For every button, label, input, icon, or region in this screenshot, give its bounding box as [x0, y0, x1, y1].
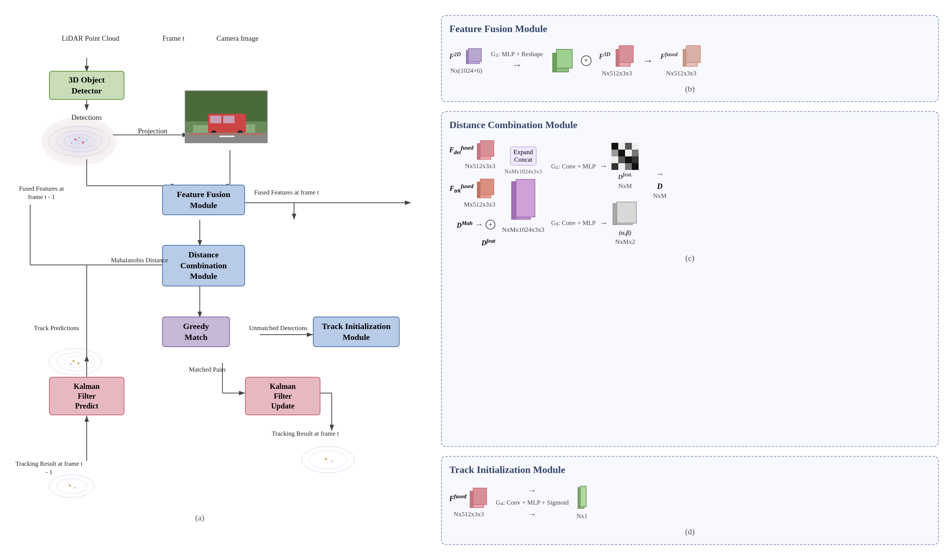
svg-rect-92 [625, 156, 632, 163]
svg-point-51 [70, 363, 72, 365]
kf-update-box: KalmanFilterUpdate [245, 377, 320, 415]
plus-op: + [581, 55, 591, 66]
svg-rect-88 [625, 149, 632, 156]
detector-box: 3D Object Detector [49, 71, 125, 100]
svg-rect-84 [625, 143, 632, 149]
svg-rect-85 [632, 143, 639, 149]
svg-point-30 [82, 141, 84, 143]
svg-point-31 [79, 137, 80, 138]
ftrk-label: Ftrkfused [450, 183, 474, 194]
svg-rect-87 [618, 149, 625, 156]
ftrk-sub: Mx512x3x3 [464, 201, 495, 208]
svg-rect-106 [578, 488, 580, 508]
lidar-label: LiDAR Point Cloud [57, 34, 125, 43]
svg-rect-65 [553, 53, 556, 72]
svg-rect-44 [185, 133, 268, 143]
dmah-label: DMah [457, 220, 473, 229]
svg-point-57 [309, 451, 347, 469]
svg-rect-40 [210, 116, 221, 123]
svg-point-54 [69, 484, 71, 486]
plus-op-c: + [485, 220, 495, 229]
b-label: (b) [450, 84, 930, 94]
svg-point-49 [72, 360, 75, 362]
track-pred-label: Track Predictions [26, 324, 87, 332]
arrow-to-fused: → [642, 55, 653, 67]
g3-label: G₃: Conv + MLP [551, 219, 596, 227]
expand-concat-box: Expand Concat [510, 146, 536, 165]
svg-rect-97 [632, 163, 639, 170]
g4-label: G₄: Conv + MLP + Sigmoid [496, 498, 568, 506]
svg-point-32 [71, 142, 72, 144]
greedy-box: GreedyMatch [162, 317, 230, 347]
d-label: (d) [450, 527, 930, 537]
svg-rect-95 [618, 163, 625, 170]
svg-rect-102 [473, 488, 487, 505]
alpha-beta-label: (α,β) [619, 229, 631, 237]
svg-rect-90 [611, 156, 618, 163]
g1-label: G₁: MLP + Reshape [491, 50, 543, 58]
nx1-label: Nx1 [576, 512, 587, 520]
dcm-panel: Distance Combination Module Fdetfused [441, 111, 939, 447]
camera-image-label: Camera Image [207, 34, 268, 43]
concat-dim: NxMx1024x3x3 [504, 168, 542, 175]
unmatched-label: Unmatched Detections [244, 324, 312, 332]
svg-rect-94 [611, 163, 618, 170]
projection-label: Projection [128, 127, 177, 136]
svg-point-58 [325, 458, 327, 460]
svg-rect-74 [477, 143, 480, 159]
c-label: (c) [450, 253, 930, 263]
d-label: D [657, 182, 662, 191]
svg-rect-100 [613, 203, 617, 225]
svg-rect-45 [219, 136, 234, 137]
kf-predict-box: KalmanFilterPredict [49, 377, 125, 415]
svg-rect-93 [632, 156, 639, 163]
tim-panel: Track Initialization Module Ffused Nx512… [441, 456, 939, 545]
svg-rect-89 [632, 149, 639, 156]
svg-rect-79 [516, 179, 535, 217]
dfeat2-label: Dfeat [481, 238, 495, 247]
svg-rect-70 [686, 46, 701, 63]
svg-rect-41 [223, 116, 234, 123]
svg-rect-71 [683, 49, 686, 66]
ffm-box: Feature FusionModule [162, 185, 245, 215]
svg-point-29 [74, 138, 77, 140]
fdet-label: Fdetfused [450, 145, 474, 155]
svg-point-50 [77, 362, 80, 365]
f3d-label: F3D [599, 51, 610, 61]
svg-rect-62 [467, 51, 468, 64]
svg-point-53 [57, 478, 87, 494]
frame-label: Frame t [151, 34, 196, 43]
svg-point-47 [57, 353, 94, 371]
dfeat-label: Dfeat. [618, 171, 632, 181]
fused-feat-t-label: Fused Features at frame t [253, 188, 320, 197]
svg-rect-86 [611, 149, 618, 156]
mahal-label: Mahalanobis Distance [109, 256, 169, 265]
svg-rect-61 [468, 49, 481, 62]
svg-rect-103 [470, 491, 473, 508]
svg-rect-91 [618, 156, 625, 163]
ffm-panel: Feature Fusion Module F2D Nx(1024+6) [441, 15, 939, 102]
svg-rect-64 [556, 49, 572, 68]
svg-rect-67 [619, 46, 633, 63]
ffused-d-sub: Nx512x3x3 [454, 511, 484, 518]
fused-feat-t1-label: Fused Features at frame t - 1 [11, 185, 72, 201]
dcm-box: DistanceCombinationModule [162, 245, 245, 286]
dcm-panel-title: Distance Combination Module [450, 120, 930, 131]
svg-rect-96 [625, 163, 632, 170]
f3d-sub: Nx512x3x3 [602, 70, 632, 77]
ffused-label-b: Ffused [661, 51, 677, 61]
svg-rect-76 [480, 179, 494, 195]
ffused-d-label: Ffused [450, 493, 467, 503]
svg-point-52 [49, 475, 94, 497]
svg-point-33 [86, 140, 88, 141]
svg-rect-80 [511, 182, 516, 219]
fused-sub: Nx512x3x3 [666, 70, 696, 77]
g2-label: G₂: Conv + MLP [551, 162, 596, 170]
svg-rect-77 [477, 182, 480, 198]
fdet-sub: Nx512x3x3 [465, 162, 495, 170]
svg-point-59 [331, 460, 333, 462]
svg-rect-83 [618, 143, 625, 149]
svg-rect-82 [611, 143, 618, 149]
svg-point-48 [64, 356, 87, 368]
svg-rect-99 [617, 202, 636, 223]
